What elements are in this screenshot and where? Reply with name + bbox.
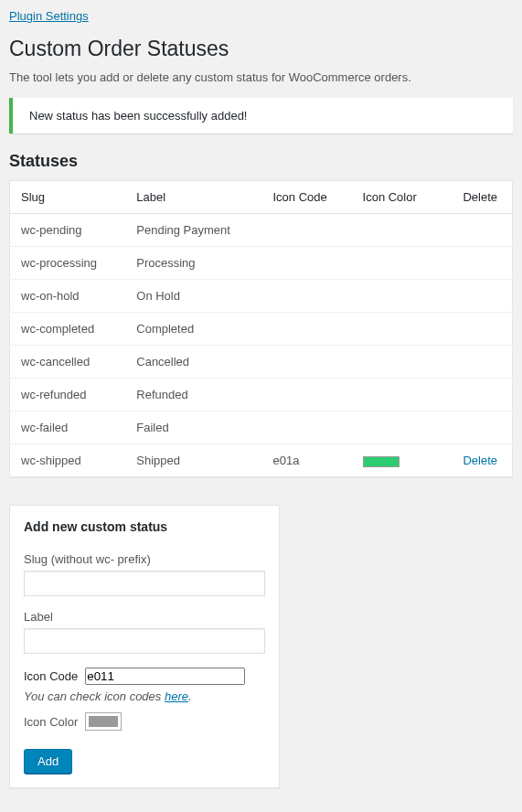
cell-icon-code [261,214,351,247]
cell-slug: wc-on-hold [10,280,126,313]
cell-icon-color [352,444,442,477]
cell-label: Shipped [125,444,261,477]
cell-delete [442,313,513,346]
color-swatch-icon [363,456,399,467]
cell-slug: wc-failed [10,411,126,444]
cell-icon-color [352,247,442,280]
cell-slug: wc-completed [10,313,126,346]
add-button[interactable]: Add [24,749,72,774]
cell-label: Failed [125,411,261,444]
cell-delete: Delete [442,444,513,477]
cell-slug: wc-processing [10,247,126,280]
cell-icon-code [261,247,351,280]
cell-icon-code: e01a [261,444,351,477]
cell-icon-color [352,313,442,346]
cell-label: Pending Payment [125,214,261,247]
form-title: Add new custom status [24,519,265,534]
cell-icon-color [352,379,442,411]
cell-icon-code [261,313,351,346]
cell-label: Processing [125,247,261,280]
cell-delete [442,346,513,379]
col-delete: Delete [442,181,513,214]
cell-icon-color [352,214,442,247]
label-label: Label [24,610,265,624]
notice-text: New status has been successfully added! [24,109,502,123]
slug-label: Slug (without wc- prefix) [24,552,265,566]
page-description: The tool lets you add or delete any cust… [9,70,513,84]
success-notice: New status has been successfully added! [9,98,513,134]
cell-delete [442,411,513,444]
cell-icon-color [352,411,442,444]
table-row: wc-refundedRefunded [10,379,513,411]
cell-delete [442,280,513,313]
delete-link[interactable]: Delete [463,454,497,467]
table-row: wc-on-holdOn Hold [10,280,513,313]
plugin-settings-link[interactable]: Plugin Settings [9,9,89,23]
cell-slug: wc-shipped [10,444,126,477]
cell-icon-color [352,280,442,313]
col-icon-code: Icon Code [261,181,351,214]
col-slug: Slug [10,181,126,214]
cell-delete [442,247,513,280]
table-row: wc-cancelledCancelled [10,346,513,379]
table-row: wc-shippedShippede01aDelete [10,444,513,477]
slug-input[interactable] [24,571,265,596]
add-status-form: Add new custom status Slug (without wc- … [9,505,280,788]
cell-label: Cancelled [125,346,261,379]
icon-codes-link[interactable]: here [165,689,188,703]
cell-label: On Hold [125,280,261,313]
icon-help-text: You can check icon codes here. [24,689,265,703]
cell-icon-code [261,346,351,379]
color-swatch-icon [89,716,118,727]
table-row: wc-completedCompleted [10,313,513,346]
icon-code-label: Icon Code [24,669,78,683]
icon-color-picker[interactable] [85,712,122,731]
cell-label: Refunded [125,379,261,411]
label-input[interactable] [24,628,265,654]
cell-delete [442,214,513,247]
cell-slug: wc-refunded [10,379,126,411]
cell-icon-code [261,411,351,444]
cell-icon-code [261,280,351,313]
table-row: wc-failedFailed [10,411,513,444]
cell-slug: wc-cancelled [10,346,126,379]
cell-delete [442,379,513,411]
statuses-heading: Statuses [9,152,513,171]
icon-color-label: Icon Color [24,715,78,729]
cell-icon-color [352,346,442,379]
table-row: wc-processingProcessing [10,247,513,280]
page-title: Custom Order Statuses [9,37,513,61]
cell-icon-code [261,379,351,411]
col-label: Label [125,181,261,214]
col-icon-color: Icon Color [352,181,442,214]
table-row: wc-pendingPending Payment [10,214,513,247]
icon-code-input[interactable] [85,668,245,685]
statuses-table: Slug Label Icon Code Icon Color Delete w… [9,180,513,477]
cell-slug: wc-pending [10,214,126,247]
cell-label: Completed [125,313,261,346]
